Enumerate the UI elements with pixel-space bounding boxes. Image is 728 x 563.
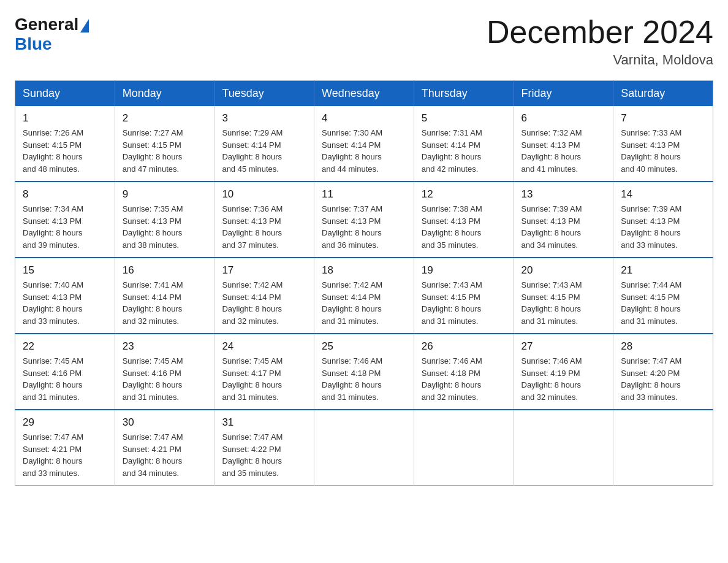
day-number: 1: [23, 112, 107, 124]
day-number: 8: [23, 188, 107, 201]
calendar-cell: 24Sunrise: 7:45 AMSunset: 4:17 PMDayligh…: [214, 334, 314, 410]
day-info: Sunrise: 7:46 AMSunset: 4:18 PMDaylight:…: [322, 355, 406, 403]
day-number: 27: [521, 340, 606, 353]
day-info: Sunrise: 7:44 AMSunset: 4:15 PMDaylight:…: [621, 279, 705, 327]
calendar-cell: 19Sunrise: 7:43 AMSunset: 4:15 PMDayligh…: [414, 258, 514, 334]
day-number: 22: [23, 340, 107, 353]
calendar-week-row: 1Sunrise: 7:26 AMSunset: 4:15 PMDaylight…: [15, 106, 713, 182]
day-number: 10: [222, 188, 306, 201]
day-number: 25: [322, 340, 406, 353]
day-info: Sunrise: 7:43 AMSunset: 4:15 PMDaylight:…: [521, 279, 606, 327]
day-number: 2: [123, 112, 207, 124]
day-number: 3: [222, 112, 306, 124]
day-info: Sunrise: 7:47 AMSunset: 4:21 PMDaylight:…: [123, 431, 207, 479]
day-info: Sunrise: 7:41 AMSunset: 4:14 PMDaylight:…: [123, 279, 207, 327]
logo-triangle-icon: [80, 19, 89, 33]
calendar-header-tuesday: Tuesday: [214, 81, 314, 107]
calendar-cell: 21Sunrise: 7:44 AMSunset: 4:15 PMDayligh…: [613, 258, 713, 334]
calendar-cell: 31Sunrise: 7:47 AMSunset: 4:22 PMDayligh…: [214, 410, 314, 486]
calendar-cell: 29Sunrise: 7:47 AMSunset: 4:21 PMDayligh…: [15, 410, 115, 486]
title-area: December 2024 Varnita, Moldova: [487, 15, 713, 68]
calendar-cell: 22Sunrise: 7:45 AMSunset: 4:16 PMDayligh…: [15, 334, 115, 410]
day-number: 30: [123, 416, 207, 429]
day-info: Sunrise: 7:47 AMSunset: 4:20 PMDaylight:…: [621, 355, 705, 403]
day-number: 7: [621, 112, 705, 124]
day-info: Sunrise: 7:47 AMSunset: 4:21 PMDaylight:…: [23, 431, 107, 479]
page-header: General Blue December 2024 Varnita, Mold…: [15, 15, 713, 68]
calendar-cell: 2Sunrise: 7:27 AMSunset: 4:15 PMDaylight…: [115, 106, 214, 182]
calendar-cell: 4Sunrise: 7:30 AMSunset: 4:14 PMDaylight…: [314, 106, 414, 182]
day-number: 19: [422, 264, 506, 277]
month-title: December 2024: [487, 15, 713, 50]
day-info: Sunrise: 7:42 AMSunset: 4:14 PMDaylight:…: [322, 279, 406, 327]
day-info: Sunrise: 7:34 AMSunset: 4:13 PMDaylight:…: [23, 203, 107, 251]
day-number: 5: [422, 112, 506, 124]
day-info: Sunrise: 7:47 AMSunset: 4:22 PMDaylight:…: [222, 431, 306, 479]
day-number: 20: [521, 264, 606, 277]
day-number: 12: [422, 188, 506, 201]
day-number: 4: [322, 112, 406, 124]
calendar-cell: 17Sunrise: 7:42 AMSunset: 4:14 PMDayligh…: [214, 258, 314, 334]
calendar-cell: 12Sunrise: 7:38 AMSunset: 4:13 PMDayligh…: [414, 182, 514, 258]
day-number: 9: [123, 188, 207, 201]
calendar-cell: 27Sunrise: 7:46 AMSunset: 4:19 PMDayligh…: [514, 334, 613, 410]
calendar-cell: 26Sunrise: 7:46 AMSunset: 4:18 PMDayligh…: [414, 334, 514, 410]
calendar-cell: 18Sunrise: 7:42 AMSunset: 4:14 PMDayligh…: [314, 258, 414, 334]
day-info: Sunrise: 7:40 AMSunset: 4:13 PMDaylight:…: [23, 279, 107, 327]
calendar-header-sunday: Sunday: [15, 81, 115, 107]
day-number: 11: [322, 188, 406, 201]
calendar-cell: 23Sunrise: 7:45 AMSunset: 4:16 PMDayligh…: [115, 334, 214, 410]
calendar-cell: 6Sunrise: 7:32 AMSunset: 4:13 PMDaylight…: [514, 106, 613, 182]
calendar-cell: 16Sunrise: 7:41 AMSunset: 4:14 PMDayligh…: [115, 258, 214, 334]
day-info: Sunrise: 7:45 AMSunset: 4:17 PMDaylight:…: [222, 355, 306, 403]
day-info: Sunrise: 7:39 AMSunset: 4:13 PMDaylight:…: [521, 203, 606, 251]
calendar-cell: 1Sunrise: 7:26 AMSunset: 4:15 PMDaylight…: [15, 106, 115, 182]
calendar-week-row: 22Sunrise: 7:45 AMSunset: 4:16 PMDayligh…: [15, 334, 713, 410]
logo-general: General: [15, 15, 78, 34]
day-number: 24: [222, 340, 306, 353]
calendar-cell: 30Sunrise: 7:47 AMSunset: 4:21 PMDayligh…: [115, 410, 214, 486]
day-info: Sunrise: 7:39 AMSunset: 4:13 PMDaylight:…: [621, 203, 705, 251]
day-info: Sunrise: 7:31 AMSunset: 4:14 PMDaylight:…: [422, 127, 506, 175]
day-info: Sunrise: 7:32 AMSunset: 4:13 PMDaylight:…: [521, 127, 606, 175]
calendar-cell: 3Sunrise: 7:29 AMSunset: 4:14 PMDaylight…: [214, 106, 314, 182]
calendar-header-friday: Friday: [514, 81, 613, 107]
calendar-cell: 9Sunrise: 7:35 AMSunset: 4:13 PMDaylight…: [115, 182, 214, 258]
calendar-cell: [414, 410, 514, 486]
calendar-cell: 8Sunrise: 7:34 AMSunset: 4:13 PMDaylight…: [15, 182, 115, 258]
calendar-cell: 11Sunrise: 7:37 AMSunset: 4:13 PMDayligh…: [314, 182, 414, 258]
day-info: Sunrise: 7:30 AMSunset: 4:14 PMDaylight:…: [322, 127, 406, 175]
day-info: Sunrise: 7:37 AMSunset: 4:13 PMDaylight:…: [322, 203, 406, 251]
calendar-cell: 7Sunrise: 7:33 AMSunset: 4:13 PMDaylight…: [613, 106, 713, 182]
logo-blue: Blue: [15, 34, 89, 54]
day-number: 31: [222, 416, 306, 429]
day-info: Sunrise: 7:35 AMSunset: 4:13 PMDaylight:…: [123, 203, 207, 251]
day-number: 23: [123, 340, 207, 353]
calendar-header-wednesday: Wednesday: [314, 81, 414, 107]
day-info: Sunrise: 7:36 AMSunset: 4:13 PMDaylight:…: [222, 203, 306, 251]
calendar-cell: 10Sunrise: 7:36 AMSunset: 4:13 PMDayligh…: [214, 182, 314, 258]
day-info: Sunrise: 7:29 AMSunset: 4:14 PMDaylight:…: [222, 127, 306, 175]
calendar-header-saturday: Saturday: [613, 81, 713, 107]
calendar-table: SundayMondayTuesdayWednesdayThursdayFrid…: [15, 80, 713, 486]
calendar-cell: 28Sunrise: 7:47 AMSunset: 4:20 PMDayligh…: [613, 334, 713, 410]
day-info: Sunrise: 7:38 AMSunset: 4:13 PMDaylight:…: [422, 203, 506, 251]
day-info: Sunrise: 7:46 AMSunset: 4:18 PMDaylight:…: [422, 355, 506, 403]
day-info: Sunrise: 7:45 AMSunset: 4:16 PMDaylight:…: [23, 355, 107, 403]
calendar-week-row: 8Sunrise: 7:34 AMSunset: 4:13 PMDaylight…: [15, 182, 713, 258]
day-number: 15: [23, 264, 107, 277]
day-number: 13: [521, 188, 606, 201]
calendar-cell: 13Sunrise: 7:39 AMSunset: 4:13 PMDayligh…: [514, 182, 613, 258]
day-number: 21: [621, 264, 705, 277]
calendar-week-row: 15Sunrise: 7:40 AMSunset: 4:13 PMDayligh…: [15, 258, 713, 334]
day-info: Sunrise: 7:33 AMSunset: 4:13 PMDaylight:…: [621, 127, 705, 175]
calendar-week-row: 29Sunrise: 7:47 AMSunset: 4:21 PMDayligh…: [15, 410, 713, 486]
calendar-cell: 5Sunrise: 7:31 AMSunset: 4:14 PMDaylight…: [414, 106, 514, 182]
day-number: 18: [322, 264, 406, 277]
logo: General Blue: [15, 15, 89, 54]
day-number: 17: [222, 264, 306, 277]
day-number: 14: [621, 188, 705, 201]
day-info: Sunrise: 7:42 AMSunset: 4:14 PMDaylight:…: [222, 279, 306, 327]
calendar-cell: 25Sunrise: 7:46 AMSunset: 4:18 PMDayligh…: [314, 334, 414, 410]
calendar-cell: [514, 410, 613, 486]
